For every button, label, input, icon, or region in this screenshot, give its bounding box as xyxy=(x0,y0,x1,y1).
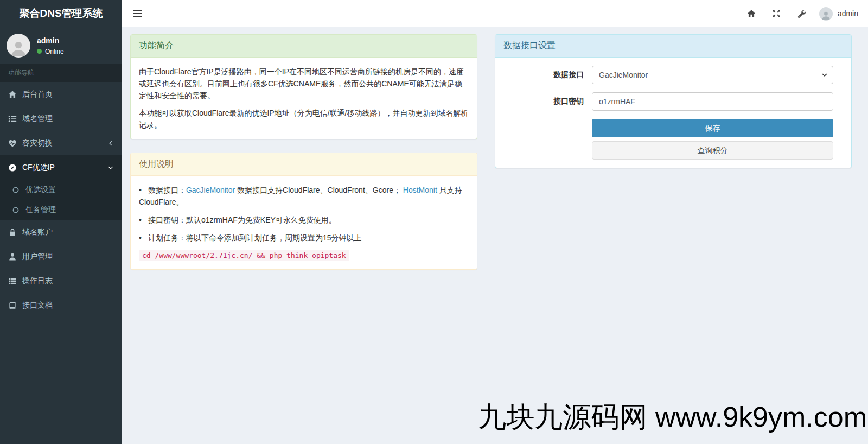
navbar-avatar xyxy=(819,7,833,21)
fullscreen-arrows-icon xyxy=(772,9,781,18)
sidebar-submenu: 优选设置 任务管理 xyxy=(0,180,122,220)
compass-icon xyxy=(8,163,17,172)
sidebar-item-label: 操作日志 xyxy=(22,276,53,286)
intro-panel-body: 由于CloudFlare官方IP是泛播路由，同一个IP在不同地区不同运营商所链接… xyxy=(131,58,477,139)
chevron-down-icon xyxy=(107,164,114,171)
sidebar-item-label: 域名账户 xyxy=(22,227,53,237)
sidebar-subitem-preferred-settings[interactable]: 优选设置 xyxy=(0,180,122,200)
intro-paragraph-1: 由于CloudFlare官方IP是泛播路由，同一个IP在不同地区不同运营商所链接… xyxy=(139,66,469,102)
api-settings-panel-body: 数据接口 GacJieMonitor 接口密钥 xyxy=(495,58,851,168)
usage-item-cron: 计划任务：将以下命令添加到计划任务，周期设置为15分钟以上 xyxy=(139,232,469,244)
api-settings-panel-title: 数据接口设置 xyxy=(495,35,851,58)
book-icon xyxy=(8,301,17,310)
sidebar-item-label: 域名管理 xyxy=(22,114,53,124)
circle-o-icon xyxy=(11,186,20,194)
api-key-label: 接口密钥 xyxy=(503,97,584,106)
api-key-input[interactable] xyxy=(592,92,833,111)
user-icon xyxy=(8,252,17,261)
data-api-select-wrap: GacJieMonitor xyxy=(592,66,833,84)
list-icon xyxy=(8,115,17,123)
save-button[interactable]: 保存 xyxy=(592,119,833,137)
sidebar-subitem-task-management[interactable]: 任务管理 xyxy=(0,200,122,220)
sidebar-group-cf-ip: CF优选IP 优选设置 任务管理 xyxy=(0,155,122,220)
chevron-left-icon xyxy=(107,140,114,147)
sidebar-item-label: 后台首页 xyxy=(22,90,53,99)
home-icon xyxy=(8,90,17,99)
sidebar-item-label: 接口文档 xyxy=(22,301,53,310)
data-api-select[interactable]: GacJieMonitor xyxy=(592,66,833,84)
usage-item-text: 数据接口支持CloudFlare、CloudFront、Gcore； xyxy=(235,186,403,194)
sidebar-toggle-button[interactable] xyxy=(125,0,149,27)
usage-item-data-api: 数据接口：GacJieMonitor 数据接口支持CloudFlare、Clou… xyxy=(139,184,469,208)
usage-item-api-key: 接口密钥：默认o1zrmHAF为免费KEY可永久免费使用。 xyxy=(139,214,469,226)
usage-item-text: 数据接口： xyxy=(148,186,186,194)
heartbeat-icon xyxy=(8,139,17,148)
sidebar-item-domains[interactable]: 域名管理 xyxy=(0,106,122,131)
navbar-username: admin xyxy=(838,9,858,18)
sidebar-subitem-label: 任务管理 xyxy=(25,205,56,215)
sidebar-user-panel: admin Online xyxy=(0,27,122,64)
main-content: 功能简介 由于CloudFlare官方IP是泛播路由，同一个IP在不同地区不同运… xyxy=(122,27,868,444)
sidebar-menu: 后台首页 域名管理 容灾切换 xyxy=(0,82,122,318)
settings-button[interactable] xyxy=(789,0,814,27)
navbar-right: admin xyxy=(739,0,864,27)
wrench-icon xyxy=(797,9,806,18)
sidebar-item-api-docs[interactable]: 接口文档 xyxy=(0,293,122,318)
th-list-icon xyxy=(8,277,17,286)
lock-icon xyxy=(8,228,17,237)
sidebar-user-status: Online xyxy=(37,48,64,55)
hostmonit-link[interactable]: HostMonit xyxy=(403,186,437,194)
data-api-label: 数据接口 xyxy=(503,70,584,80)
intro-paragraph-2: 本功能可以获取CloudFlare最新的优选IP地址（分为电信/联通/移动线路）… xyxy=(139,107,469,131)
sidebar-section-header: 功能导航 xyxy=(0,64,122,82)
sidebar-user-name: admin xyxy=(37,36,64,45)
sidebar-item-cf-ip[interactable]: CF优选IP xyxy=(0,155,122,180)
sidebar-item-label: CF优选IP xyxy=(22,163,55,173)
sidebar-item-domain-accounts[interactable]: 域名账户 xyxy=(0,220,122,244)
app-logo[interactable]: 聚合DNS管理系统 xyxy=(0,0,122,27)
usage-panel: 使用说明 数据接口：GacJieMonitor 数据接口支持CloudFlare… xyxy=(130,153,477,270)
home-icon xyxy=(747,9,756,18)
home-button[interactable] xyxy=(739,0,764,27)
intro-panel: 功能简介 由于CloudFlare官方IP是泛播路由，同一个IP在不同地区不同运… xyxy=(130,34,477,139)
sidebar-item-label: 用户管理 xyxy=(22,252,53,262)
sidebar-item-operation-logs[interactable]: 操作日志 xyxy=(0,269,122,293)
online-dot-icon xyxy=(37,49,42,54)
sidebar-subitem-label: 优选设置 xyxy=(25,185,56,195)
usage-list: 数据接口：GacJieMonitor 数据接口支持CloudFlare、Clou… xyxy=(139,184,469,244)
gacjiemonitor-link[interactable]: GacJieMonitor xyxy=(186,186,235,194)
sidebar-item-failover[interactable]: 容灾切换 xyxy=(0,131,122,155)
sidebar-item-users[interactable]: 用户管理 xyxy=(0,244,122,269)
watermark-text: 九块九源码网 www.9k9ym.com xyxy=(478,398,867,436)
sidebar-item-label: 容灾切换 xyxy=(22,138,53,148)
intro-panel-title: 功能简介 xyxy=(131,35,477,58)
fullscreen-button[interactable] xyxy=(764,0,789,27)
circle-o-icon xyxy=(11,206,20,214)
user-avatar xyxy=(7,34,30,58)
person-icon xyxy=(9,39,28,58)
api-settings-panel: 数据接口设置 数据接口 GacJieMonitor xyxy=(495,34,852,168)
usage-panel-body: 数据接口：GacJieMonitor 数据接口支持CloudFlare、Clou… xyxy=(131,176,477,269)
cron-command-code: cd /www/wwwroot/2.71jc.cn/ && php think … xyxy=(139,250,349,261)
query-points-button[interactable]: 查询积分 xyxy=(592,141,833,160)
user-menu[interactable]: admin xyxy=(814,7,864,21)
usage-panel-title: 使用说明 xyxy=(131,153,477,176)
person-icon xyxy=(821,10,831,21)
sidebar: 聚合DNS管理系统 admin Online 功能导航 后台首页 xyxy=(0,0,122,444)
sidebar-item-dashboard[interactable]: 后台首页 xyxy=(0,82,122,106)
top-navbar: admin xyxy=(122,0,868,27)
sidebar-user-status-label: Online xyxy=(45,48,64,55)
